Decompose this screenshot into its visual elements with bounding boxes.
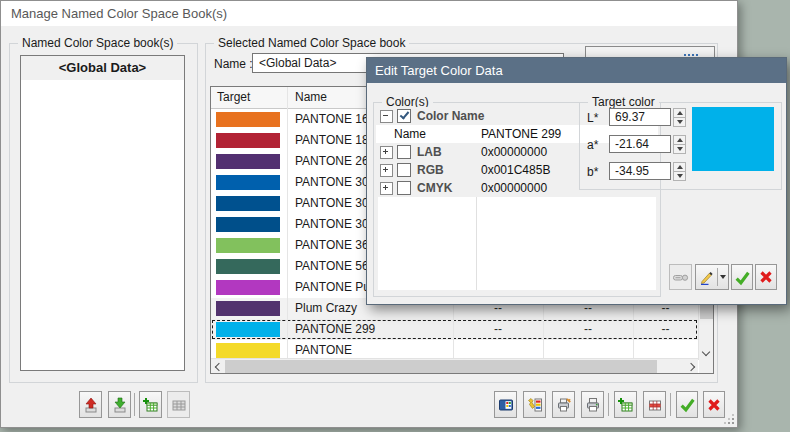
red-up-arrow-icon: [83, 397, 99, 413]
confirm-button[interactable]: [731, 264, 753, 290]
resize-grip[interactable]: [723, 413, 734, 424]
row-name: PANTONE 16: [295, 109, 369, 130]
expand-icon[interactable]: [380, 146, 393, 159]
ok-button[interactable]: [676, 391, 698, 418]
tree-column-divider: [476, 197, 477, 290]
x-icon: [758, 269, 774, 285]
tree-node-label: RGB: [417, 161, 444, 179]
horizontal-scrollbar[interactable]: [211, 358, 698, 373]
books-groupbox: Named Color Space book(s) <Global Data>: [9, 43, 198, 383]
tree-list-background: [378, 197, 656, 290]
color-swatch: [216, 238, 280, 253]
horizontal-scroll-thumb[interactable]: [225, 360, 657, 373]
cancel-button[interactable]: [703, 391, 725, 418]
export-book-button[interactable]: [108, 391, 131, 418]
rgb-checkbox[interactable]: [397, 163, 411, 177]
green-down-arrow-icon: [112, 397, 128, 413]
chevron-left-icon: [214, 362, 222, 370]
l-value-field[interactable]: 69.37: [609, 108, 671, 126]
printer-icon: [585, 397, 601, 413]
color-swatch: [216, 217, 280, 232]
target-color-groupbox: Target color L* 69.37 a* -21.64 b* -34.9…: [579, 102, 782, 190]
row-name: PANTONE 360: [295, 235, 375, 256]
row-name: PANTONE 30: [295, 193, 369, 214]
row-name: PANTONE 568: [295, 256, 375, 277]
a-value-field[interactable]: -21.64: [609, 135, 671, 153]
print-button[interactable]: [581, 391, 604, 418]
check-icon: [734, 269, 751, 286]
button-divider: [717, 268, 718, 286]
a-stepper[interactable]: [673, 135, 686, 154]
table-row-selected[interactable]: PANTONE 299 -- -- --: [211, 319, 698, 340]
collapse-icon[interactable]: [380, 110, 393, 123]
expand-icon[interactable]: [380, 164, 393, 177]
pick-color-button[interactable]: [695, 264, 729, 290]
color-swatch: [216, 280, 280, 295]
row-cell: --: [633, 319, 698, 340]
color-book-button[interactable]: [494, 391, 517, 418]
tree-node-value: 0x001C485B: [481, 161, 550, 179]
row-name: PANTONE 269: [295, 151, 375, 172]
row-name: Plum Crazy: [295, 298, 357, 319]
chevron-down-icon: [720, 275, 726, 279]
check-icon: [679, 396, 696, 413]
spin-down-icon[interactable]: [673, 171, 686, 181]
color-swatch: [216, 112, 280, 127]
cancel-button[interactable]: [755, 264, 777, 290]
tree-node-value: 0x00000000: [481, 179, 547, 197]
scrollbar-corner: [699, 359, 713, 373]
color-tools-button[interactable]: [523, 391, 546, 418]
toolbar-separator: [670, 393, 671, 416]
target-color-swatch: [692, 107, 774, 171]
scroll-right-button[interactable]: [685, 360, 698, 373]
expand-icon[interactable]: [380, 182, 393, 195]
color-swatch: [216, 259, 280, 274]
toolbar-separator: [134, 393, 135, 416]
lab-checkbox[interactable]: [397, 145, 411, 159]
add-color-button[interactable]: [614, 391, 637, 418]
b-value-field[interactable]: -34.95: [609, 162, 671, 180]
spin-down-icon[interactable]: [673, 144, 686, 154]
delete-book-button[interactable]: [167, 391, 190, 418]
row-name: PANTONE 30: [295, 214, 369, 235]
row-name: PANTONE Pur: [295, 277, 374, 298]
pencil-icon: [699, 269, 715, 285]
row-name: PANTONE 300: [295, 172, 375, 193]
table-disabled-icon: [171, 397, 187, 413]
row-name: PANTONE 18: [295, 130, 369, 151]
tree-node-label: LAB: [417, 143, 442, 161]
color-name-checkbox[interactable]: [397, 109, 411, 123]
tree-node-label: CMYK: [417, 179, 452, 197]
color-swatch: [216, 322, 280, 337]
list-item[interactable]: <Global Data>: [21, 56, 184, 80]
delete-color-button[interactable]: [643, 391, 666, 418]
name-label: Name :: [214, 57, 253, 71]
table-delete-icon: [647, 397, 663, 413]
chevron-down-icon: [702, 347, 710, 355]
add-book-button[interactable]: [139, 391, 162, 418]
edit-target-color-dialog: Edit Target Color Data Color(s) Color Na…: [366, 57, 787, 305]
cmyk-checkbox[interactable]: [397, 181, 411, 195]
print-setup-button[interactable]: [552, 391, 575, 418]
b-stepper[interactable]: [673, 162, 686, 181]
row-cell: --: [543, 319, 633, 340]
col-header-name: Name: [295, 87, 327, 108]
scroll-left-button[interactable]: [211, 360, 224, 373]
scroll-down-button[interactable]: [699, 345, 713, 360]
color-swatch: [216, 196, 280, 211]
row-cell: --: [453, 319, 543, 340]
books-listbox[interactable]: <Global Data>: [20, 55, 185, 371]
measure-button[interactable]: [669, 264, 692, 290]
table-add-icon: [143, 397, 159, 413]
books-group-label: Named Color Space book(s): [18, 36, 177, 51]
col-header-target: Target: [217, 87, 250, 108]
dialog-title: Manage Named Color Space Book(s): [1, 1, 737, 26]
x-icon: [706, 397, 722, 413]
selected-group-label: Selected Named Color Space book: [214, 36, 409, 51]
color-swatch: [216, 154, 280, 169]
tools-palette-icon: [527, 397, 543, 413]
import-book-button[interactable]: [79, 391, 102, 418]
spectrophotometer-icon: [672, 269, 689, 285]
l-stepper[interactable]: [673, 108, 686, 127]
spin-down-icon[interactable]: [673, 117, 686, 127]
